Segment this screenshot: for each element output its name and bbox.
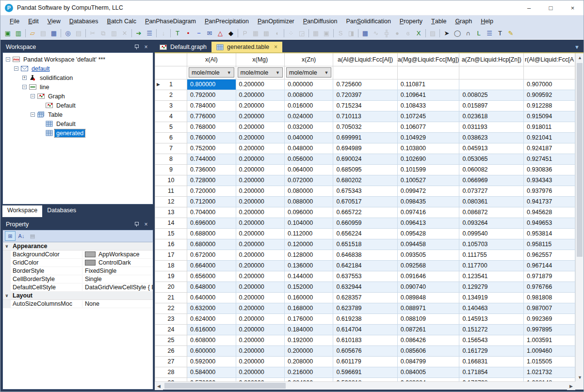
table-cell[interactable]: 0.688000 xyxy=(187,228,236,239)
column-header-x(Mg)[interactable]: x(Mg) xyxy=(236,53,284,66)
table-cell[interactable]: 0.200000 xyxy=(236,207,284,218)
close-button[interactable]: × xyxy=(562,0,584,15)
open-file-icon[interactable]: ▱ xyxy=(27,28,38,38)
table-cell[interactable]: 0.176798 xyxy=(459,377,524,381)
row-header[interactable]: 7 xyxy=(155,143,187,154)
tab-workspace[interactable]: Workspace xyxy=(2,205,42,217)
row-header[interactable]: 15 xyxy=(155,228,187,239)
table-cell[interactable]: 0.720000 xyxy=(187,186,236,196)
table-cell[interactable]: 0.728000 xyxy=(187,175,236,186)
vertical-scrollbar[interactable]: ▲ ▼ xyxy=(575,53,584,381)
table-cell[interactable]: 1.009460 xyxy=(524,345,575,356)
column-header-a(Zn@Liquid:Hcp[Zn])[interactable]: a(Zn@Liquid:Hcp[Zn]) xyxy=(459,53,524,66)
table-cell[interactable]: 0.927451 xyxy=(524,154,575,164)
tree-item-generated[interactable]: generated xyxy=(3,128,153,138)
table-cell[interactable]: 0.200000 xyxy=(236,111,284,122)
table-cell[interactable]: 0.776000 xyxy=(187,111,236,122)
table-cell[interactable]: 0.024000 xyxy=(284,111,333,122)
table-cell[interactable]: 0.099540 xyxy=(459,228,524,239)
cursor-icon[interactable]: ➤ xyxy=(441,28,452,38)
table-cell[interactable]: 0.160000 xyxy=(284,292,333,303)
maximize-button[interactable]: □ xyxy=(540,0,562,15)
row-header[interactable]: 3 xyxy=(155,100,187,111)
tree-item-graph[interactable]: −Graph xyxy=(3,92,153,101)
table-cell[interactable]: 0.200000 xyxy=(236,345,284,356)
menu-item-batch-calc[interactable]: Batch Calc xyxy=(103,16,141,27)
close-icon[interactable]: × xyxy=(142,220,150,228)
table-cell[interactable]: 0.665722 xyxy=(333,207,397,218)
table-cell[interactable]: 1.021732 xyxy=(524,367,575,377)
table-cell[interactable]: 0.941737 xyxy=(524,196,575,207)
table-cell[interactable]: 0.073727 xyxy=(459,186,524,196)
table-cell[interactable]: 0.971879 xyxy=(524,271,575,282)
table-cell[interactable]: 0.200000 xyxy=(236,132,284,143)
table-cell[interactable]: 0.200000 xyxy=(236,377,284,381)
table-cell[interactable]: 0.040000 xyxy=(284,132,333,143)
zoom-icon[interactable]: ◯ xyxy=(452,28,463,38)
table-cell[interactable]: 0.216000 xyxy=(284,367,333,377)
table-cell[interactable]: 0.128000 xyxy=(284,250,333,260)
row-header[interactable]: 18 xyxy=(155,260,187,271)
row-header[interactable]: 20 xyxy=(155,282,187,292)
table-cell[interactable]: 0.200000 xyxy=(236,271,284,282)
menu-item-pansolidification[interactable]: PanSolidification xyxy=(341,16,395,27)
table-cell[interactable]: 0.102690 xyxy=(397,154,459,164)
table-cell[interactable]: 0.930836 xyxy=(524,164,575,175)
table-cell[interactable]: 0.646838 xyxy=(333,250,397,260)
table-cell[interactable]: 0.584000 xyxy=(187,367,236,377)
menu-item-file[interactable]: File xyxy=(5,16,24,27)
table-cell[interactable]: 1.028148 xyxy=(524,377,575,381)
table-cell[interactable]: 0.097416 xyxy=(397,207,459,218)
table-cell[interactable]: 0.060082 xyxy=(459,164,524,175)
table-cell[interactable]: 0.087261 xyxy=(397,324,459,335)
table-cell[interactable]: 0.091646 xyxy=(397,271,459,282)
table-cell[interactable]: 0.704000 xyxy=(187,207,236,218)
table-cell[interactable]: 0.616000 xyxy=(187,324,236,335)
menu-item-graph[interactable]: Graph xyxy=(451,16,476,27)
label-l-icon[interactable]: L xyxy=(473,28,484,38)
property-value[interactable]: ControlDark xyxy=(82,259,153,266)
row-header[interactable]: 26 xyxy=(155,345,187,356)
table-cell[interactable]: 0.108433 xyxy=(397,100,459,111)
units-dropdown[interactable]: mole/mole▼ xyxy=(286,67,331,78)
table-cell[interactable]: 0.664000 xyxy=(187,260,236,271)
table-cell[interactable]: 0.088971 xyxy=(397,303,459,314)
table-cell[interactable]: 0.760000 xyxy=(187,132,236,143)
table-cell[interactable]: 0.086426 xyxy=(397,335,459,345)
table-edit-icon[interactable]: ▦ xyxy=(360,28,371,38)
document-tab-generated-table[interactable]: generated.table× xyxy=(211,42,282,52)
property-row-cellborderstyle[interactable]: CellBorderStyleSingle xyxy=(3,275,153,283)
collapse-icon[interactable]: − xyxy=(6,57,10,62)
table-cell[interactable]: 0.085606 xyxy=(397,345,459,356)
table-cell[interactable]: 0.976766 xyxy=(524,282,575,292)
collapse-icon[interactable]: ∨ xyxy=(3,242,11,250)
table-cell[interactable]: 0.056000 xyxy=(284,154,333,164)
table-cell[interactable]: 0.200000 xyxy=(236,260,284,271)
table-cell[interactable]: 0.192000 xyxy=(284,335,333,345)
table-cell[interactable]: 0.987007 xyxy=(524,303,575,314)
table-cell[interactable]: 0.680202 xyxy=(333,175,397,186)
tab-databases[interactable]: Databases xyxy=(42,205,81,217)
horizontal-scroll-thumb[interactable] xyxy=(164,383,286,389)
table-cell[interactable]: 1.015505 xyxy=(524,356,575,367)
export-excel-icon[interactable]: X xyxy=(413,28,424,38)
table-cell[interactable]: 0.768000 xyxy=(187,122,236,132)
row-header[interactable]: 24 xyxy=(155,324,187,335)
row-header[interactable]: 9 xyxy=(155,164,187,175)
row-header[interactable]: 21 xyxy=(155,292,187,303)
table-cell[interactable]: 0.088109 xyxy=(397,314,459,324)
pin-icon[interactable] xyxy=(132,220,140,228)
table-cell[interactable]: 0.083224 xyxy=(397,377,459,381)
table-cell[interactable]: 0.096000 xyxy=(284,207,333,218)
table-cell[interactable]: 0.088000 xyxy=(284,196,333,207)
table-cell[interactable]: 0.008000 xyxy=(284,90,333,100)
table-cell[interactable]: 0.997895 xyxy=(524,324,575,335)
table-cell[interactable]: 0.744000 xyxy=(187,154,236,164)
column-header-x(Al)[interactable]: x(Al) xyxy=(187,53,236,66)
units-dropdown[interactable]: mole/mole▼ xyxy=(189,67,234,78)
table-cell[interactable]: 0.640000 xyxy=(187,292,236,303)
collapse-icon[interactable]: − xyxy=(31,112,35,117)
line-calculation-icon[interactable]: − xyxy=(194,28,204,38)
property-row-borderstyle[interactable]: BorderStyleFixedSingle xyxy=(3,267,153,275)
options-list-icon[interactable]: ☰ xyxy=(144,28,155,38)
